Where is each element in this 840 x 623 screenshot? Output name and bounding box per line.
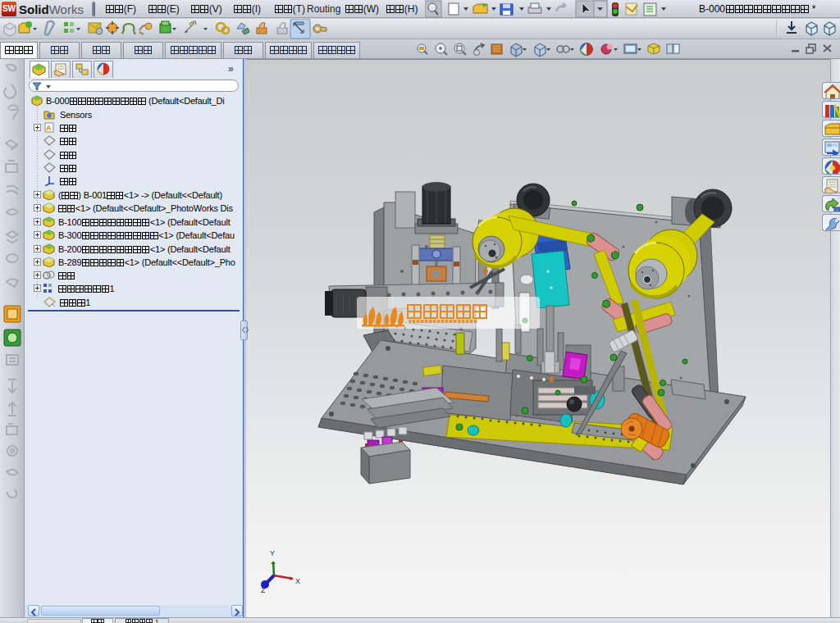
svg-text:Z: Z xyxy=(261,586,266,594)
svg-text:X: X xyxy=(295,577,300,585)
svg-text:Y: Y xyxy=(270,549,275,557)
svg-text:A: A xyxy=(46,124,52,132)
